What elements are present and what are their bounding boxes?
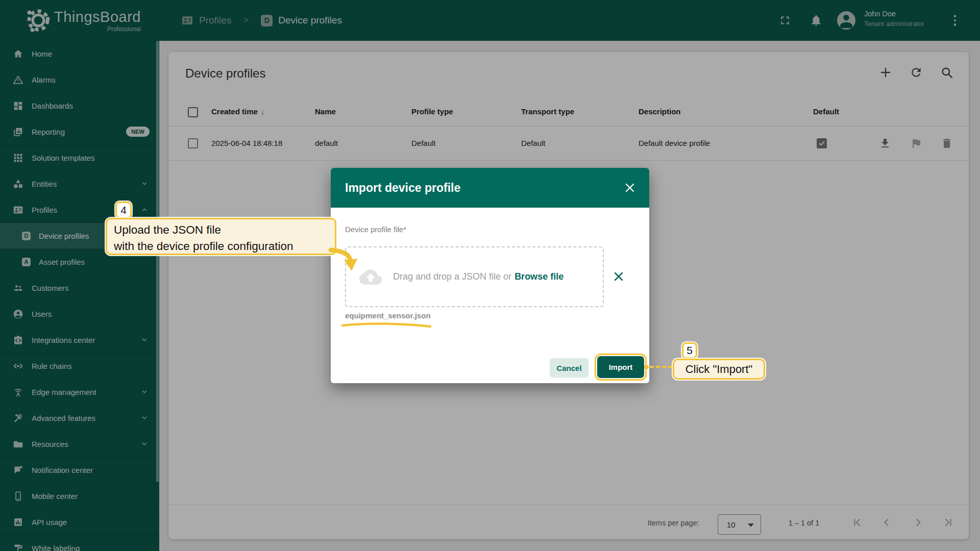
step-4-text-line2: with the device profile configuration	[114, 238, 328, 255]
annotation-connector-dot	[644, 365, 649, 369]
step-4-callout: Upload the JSON file with the device pro…	[106, 218, 336, 255]
file-field-label: Device profile file*	[345, 225, 406, 234]
step-5-callout: Click "Import"	[673, 359, 765, 380]
import-device-profile-dialog: Import device profile Device profile fil…	[331, 168, 649, 383]
annotation-connector-dash	[650, 366, 672, 368]
selected-file-name: equipment_sensor.json	[345, 311, 431, 320]
annotation-arrow-icon	[328, 244, 364, 274]
step-4-badge: 4	[115, 202, 132, 218]
close-icon[interactable]	[624, 182, 636, 194]
dialog-title: Import device profile	[345, 168, 460, 208]
import-button[interactable]: Import	[597, 356, 644, 378]
annotation-underline	[340, 321, 433, 329]
app-root: ThingsBoard Professional Profiles > D De…	[0, 0, 980, 551]
dropzone-text: Drag and drop a JSON file or	[393, 271, 511, 282]
step-5-badge: 5	[682, 342, 697, 359]
cancel-button[interactable]: Cancel	[550, 358, 589, 378]
step-4-text-line1: Upload the JSON file	[114, 222, 328, 238]
clear-file-icon[interactable]	[612, 270, 625, 283]
file-dropzone[interactable]: Drag and drop a JSON file or Browse file	[345, 246, 604, 307]
dialog-header: Import device profile	[331, 168, 649, 208]
browse-file-link[interactable]: Browse file	[514, 271, 564, 282]
